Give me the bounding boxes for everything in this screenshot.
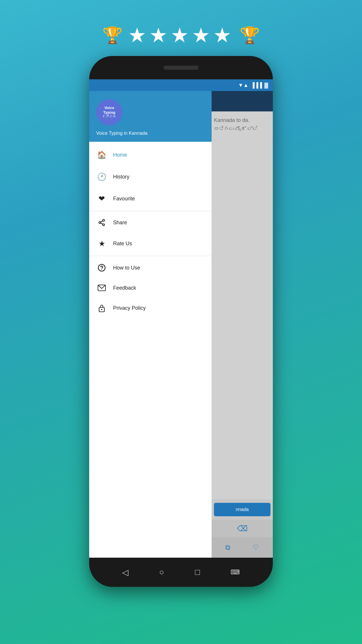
logo-text-main: Voice — [104, 106, 114, 110]
app-title: Voice Typing in Kannada — [96, 131, 147, 136]
how-to-use-icon — [96, 264, 107, 272]
menu-item-history[interactable]: 🕐 History — [89, 166, 212, 188]
privacy-policy-icon — [96, 304, 107, 312]
share-icon — [96, 219, 107, 226]
trophy-left-icon: 🏆 — [102, 26, 123, 45]
stars-display: ★★★★★ — [128, 23, 234, 47]
rate-us-icon: ★ — [96, 239, 107, 248]
speak-button[interactable]: nnada — [214, 503, 270, 516]
menu-label-privacy-policy: Privacy Policy — [113, 305, 146, 311]
heart-icon[interactable]: ♡ — [253, 543, 259, 552]
button-area: nnada — [212, 499, 273, 520]
app-logo: Voice Typing ಕನ್ನಡ — [96, 99, 122, 125]
status-bar: ▼▲ ▐▐▐ ▓ — [89, 79, 273, 91]
menu-item-share[interactable]: Share — [89, 212, 212, 233]
phone-bottom-bezel: ◁ ○ □ ⌨ — [89, 558, 273, 587]
divider-2 — [89, 256, 212, 256]
favourite-icon: ❤ — [96, 194, 107, 203]
phone-screen: ▼▲ ▐▐▐ ▓ Kannada to da. ಅಭಿಸಲು ಮೈಕ್ ಲ್ಲಿ… — [89, 79, 273, 558]
svg-line-4 — [101, 221, 103, 222]
menu-label-history: History — [113, 174, 129, 180]
signal-icon: ▐▐▐ — [251, 82, 262, 88]
menu-label-home: Home — [113, 152, 127, 158]
menu-label-how-to-use: How to Use — [113, 265, 140, 271]
menu-item-rate-us[interactable]: ★ Rate Us — [89, 233, 212, 255]
rating-bar: 🏆 ★★★★★ 🏆 — [102, 23, 260, 47]
transcription-text: Kannada to da. ಅಭಿಸಲು ಮೈಕ್ ಲ್ಲಿ — [214, 116, 270, 133]
logo-text-kannada: ಕನ್ನಡ — [102, 115, 116, 119]
menu-label-share: Share — [113, 220, 127, 226]
phone-frame: ▼▲ ▐▐▐ ▓ Kannada to da. ಅಭಿಸಲು ಮೈಕ್ ಲ್ಲಿ… — [89, 56, 273, 587]
home-button[interactable]: ○ — [159, 568, 164, 577]
navigation-drawer: Voice Typing ಕನ್ನಡ Voice Typing in Kanna… — [89, 91, 212, 558]
menu-item-favourite[interactable]: ❤ Favourite — [89, 188, 212, 210]
feedback-icon — [96, 285, 107, 291]
menu-item-home[interactable]: 🏠 Home — [89, 144, 212, 166]
battery-icon: ▓ — [264, 82, 268, 88]
trophy-right-icon: 🏆 — [240, 26, 260, 45]
drawer-header: Voice Typing ಕನ್ನಡ Voice Typing in Kanna… — [89, 91, 212, 142]
menu-item-how-to-use[interactable]: How to Use — [89, 257, 212, 278]
back-button[interactable]: ◁ — [122, 568, 129, 577]
logo-text-typing: Typing — [103, 110, 115, 115]
keyboard-row: ⌫ — [212, 520, 273, 537]
right-content-area: Kannada to da. ಅಭಿಸಲು ಮೈಕ್ ಲ್ಲಿ nnada ⌫ … — [212, 91, 273, 558]
menu-item-feedback[interactable]: Feedback — [89, 278, 212, 298]
home-icon: 🏠 — [96, 150, 107, 160]
recent-apps-button[interactable]: □ — [195, 568, 200, 577]
svg-point-9 — [101, 309, 102, 310]
phone-speaker — [164, 66, 198, 70]
menu-label-feedback: Feedback — [113, 285, 136, 291]
drawer-menu: 🏠 Home 🕐 History ❤ Favourite — [89, 142, 212, 558]
keyboard-button[interactable]: ⌨ — [231, 568, 240, 576]
delete-icon[interactable]: ⌫ — [237, 524, 248, 533]
screen-content: Kannada to da. ಅಭಿಸಲು ಮೈಕ್ ಲ್ಲಿ nnada ⌫ … — [89, 91, 273, 558]
menu-label-favourite: Favourite — [113, 196, 135, 202]
divider-1 — [89, 211, 212, 211]
wifi-icon: ▼▲ — [238, 82, 249, 88]
action-row: ⧉ ♡ — [212, 537, 273, 558]
menu-item-privacy-policy[interactable]: Privacy Policy — [89, 298, 212, 318]
svg-line-3 — [101, 223, 103, 224]
menu-label-rate-us: Rate Us — [113, 241, 132, 247]
history-icon: 🕐 — [96, 172, 107, 181]
main-text-area: Kannada to da. ಅಭಿಸಲು ಮೈಕ್ ಲ್ಲಿ — [212, 111, 273, 499]
phone-top-bezel — [89, 56, 273, 79]
app-toolbar — [212, 91, 273, 111]
copy-icon[interactable]: ⧉ — [225, 543, 230, 552]
